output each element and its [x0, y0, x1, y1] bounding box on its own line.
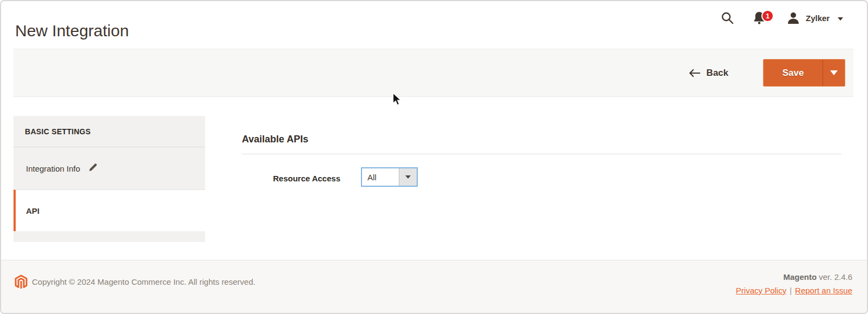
settings-sidebar: BASIC SETTINGS Integration Info API: [14, 116, 205, 242]
notification-badge[interactable]: 1: [761, 10, 774, 22]
brand-name: Magento: [783, 272, 817, 282]
notification-count: 1: [766, 12, 770, 20]
caret-down-icon: [830, 70, 838, 75]
save-button[interactable]: Save: [764, 60, 823, 86]
back-button[interactable]: Back: [689, 68, 728, 78]
caret-down-icon[interactable]: [838, 17, 843, 21]
section-title: Available APIs: [242, 134, 308, 145]
report-issue-link[interactable]: Report an Issue: [795, 286, 852, 295]
page-actions-toolbar: Back Save: [14, 49, 853, 97]
resource-access-select[interactable]: All: [361, 167, 418, 187]
caret-down-icon: [405, 175, 411, 179]
pencil-icon: [88, 162, 98, 174]
select-arrow-button[interactable]: [399, 168, 417, 186]
save-options-button[interactable]: [823, 60, 845, 86]
version-line: Magento ver. 2.4.6: [736, 272, 852, 282]
sidebar-item-integration-info[interactable]: Integration Info: [14, 147, 205, 189]
sidebar-section-title: BASIC SETTINGS: [14, 116, 205, 147]
arrow-left-icon: [689, 69, 700, 77]
sidebar-item-label: Integration Info: [26, 164, 80, 173]
link-separator: |: [790, 286, 792, 295]
search-icon[interactable]: [721, 11, 734, 24]
version-text: ver. 2.4.6: [819, 272, 852, 282]
user-icon[interactable]: [787, 11, 800, 24]
save-split-button: Save: [763, 59, 845, 87]
page-title: New Integration: [15, 22, 129, 40]
footer: Copyright © 2024 Magento Commerce Inc. A…: [1, 260, 867, 313]
section-divider: [242, 154, 841, 154]
user-name[interactable]: Zylker: [806, 14, 830, 23]
magento-logo: [15, 274, 28, 292]
copyright-text: Copyright © 2024 Magento Commerce Inc. A…: [32, 277, 255, 286]
sidebar-item-label: API: [26, 206, 40, 215]
resource-access-label: Resource Access: [242, 174, 340, 183]
back-label: Back: [706, 68, 728, 78]
privacy-policy-link[interactable]: Privacy Policy: [736, 286, 786, 295]
sidebar-item-api[interactable]: API: [14, 189, 205, 231]
admin-window: New Integration 1 Zylker Back: [0, 0, 868, 314]
save-label: Save: [782, 68, 804, 78]
resource-access-value: All: [362, 168, 399, 186]
